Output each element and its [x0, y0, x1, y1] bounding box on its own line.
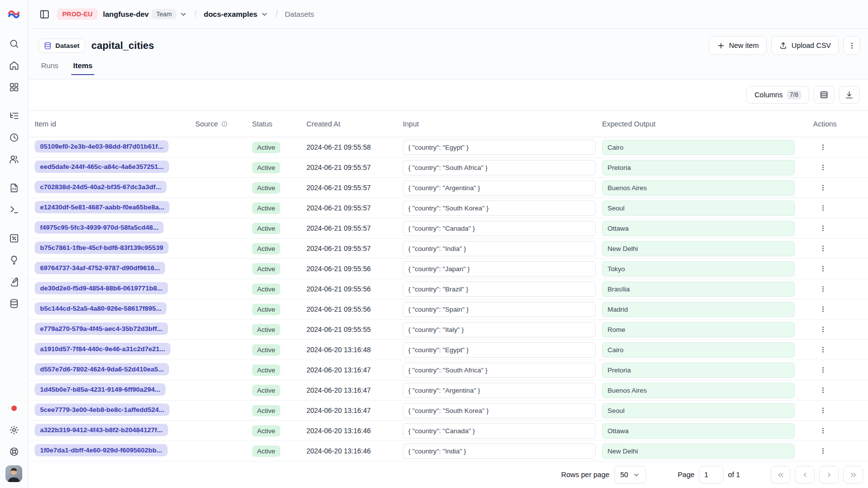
expected-output-cell[interactable]: New Delhi — [602, 241, 795, 256]
row-actions-button[interactable] — [816, 160, 830, 175]
input-cell[interactable]: { "country": "Italy" } — [403, 322, 596, 337]
item-id-link[interactable]: f4975c95-5fc3-4939-970d-58fa5cd48... — [35, 221, 164, 234]
input-cell[interactable]: { "country": "South Korea" } — [403, 403, 596, 418]
sidebar-toggle-button[interactable] — [37, 7, 52, 22]
input-cell[interactable]: { "country": "South Africa" } — [403, 363, 596, 378]
input-cell[interactable]: { "country": "Spain" } — [403, 302, 596, 317]
item-id-link[interactable]: c702838d-24d5-40a2-bf35-67dc3a3df... — [35, 181, 167, 193]
table-row: eed5dafe-244f-465c-a84c-4a6e357251... Ac… — [28, 158, 868, 178]
expected-output-cell[interactable]: Seoul — [602, 201, 795, 216]
item-id-link[interactable]: e779a270-579a-4f45-aec4-35b72d3bff... — [35, 323, 168, 335]
expected-output-cell[interactable]: Pretoria — [602, 363, 795, 378]
item-id-link[interactable]: d557e7d6-7802-4624-9da6-52d410ea5... — [35, 363, 169, 375]
row-actions-button[interactable] — [816, 444, 830, 458]
input-cell[interactable]: { "country": "Egypt" } — [403, 140, 596, 155]
sidebar-item-support[interactable] — [4, 442, 24, 461]
input-cell[interactable]: { "country": "India" } — [403, 241, 596, 256]
row-actions-button[interactable] — [816, 403, 830, 418]
sidebar-item-dashboard[interactable] — [4, 77, 24, 97]
item-id-link[interactable]: de30d2e0-f5d9-4854-88b6-0619771b8... — [35, 282, 168, 294]
next-page-button[interactable] — [819, 466, 839, 484]
row-actions-button[interactable] — [816, 261, 830, 276]
sidebar-item-tracing[interactable] — [4, 106, 24, 125]
sidebar-item-home[interactable] — [4, 55, 24, 75]
input-cell[interactable]: { "country": "India" } — [403, 444, 596, 459]
expected-output-cell[interactable]: Cairo — [602, 342, 795, 358]
expected-output-cell[interactable]: Brasília — [602, 282, 795, 297]
sidebar-item-annotation[interactable] — [4, 272, 24, 291]
input-cell[interactable]: { "country": "Japan" } — [403, 261, 596, 277]
row-height-button[interactable] — [814, 86, 834, 104]
info-icon[interactable] — [221, 121, 228, 127]
expected-output-cell[interactable]: Pretoria — [602, 160, 795, 175]
item-id-link[interactable]: a322b319-9412-4f43-b8f2-b20484127f... — [35, 424, 168, 436]
expected-output-cell[interactable]: Buenos Aires — [602, 180, 795, 196]
tab-runs[interactable]: Runs — [39, 61, 60, 75]
user-avatar[interactable] — [5, 465, 22, 482]
rows-per-page-select[interactable]: 50 — [614, 466, 646, 484]
item-id-link[interactable]: eed5dafe-244f-465c-a84c-4a6e357251... — [35, 161, 169, 173]
item-id-link[interactable]: a1910d57-7f84-440c-9e46-a31c2d7e21... — [35, 343, 171, 355]
page-more-menu-button[interactable] — [843, 36, 860, 55]
expected-output-cell[interactable]: Tokyo — [602, 261, 795, 277]
expected-output-cell[interactable]: Seoul — [602, 403, 795, 418]
sidebar-item-playground[interactable] — [4, 200, 24, 219]
row-actions-button[interactable] — [816, 322, 830, 337]
upload-csv-button[interactable]: Upload CSV — [771, 36, 839, 55]
input-cell[interactable]: { "country": "South Africa" } — [403, 160, 596, 175]
expected-output-cell[interactable]: Rome — [602, 322, 795, 337]
row-actions-button[interactable] — [816, 302, 830, 317]
row-actions-button[interactable] — [816, 423, 830, 438]
sidebar-item-datasets[interactable] — [4, 293, 24, 313]
recording-indicator[interactable] — [4, 398, 24, 418]
first-page-button[interactable] — [771, 466, 790, 484]
sidebar-item-settings[interactable] — [4, 420, 24, 440]
row-actions-button[interactable] — [816, 241, 830, 256]
breadcrumb-section[interactable]: Datasets — [285, 10, 314, 18]
sidebar-item-prompts[interactable] — [4, 178, 24, 198]
expected-output-cell[interactable]: Madrid — [602, 302, 795, 317]
row-actions-button[interactable] — [816, 140, 830, 155]
item-id-link[interactable]: 1f0e7da1-dbff-4e60-929d-f6095602bb... — [35, 444, 168, 456]
row-actions-button[interactable] — [816, 363, 830, 377]
expected-output-cell[interactable]: Ottawa — [602, 423, 795, 439]
item-id-link[interactable]: b75c7861-1fbe-45cf-bdf6-83f139c95539 — [35, 242, 169, 254]
item-id-link[interactable]: 69764737-34af-4752-9787-d90df9616... — [35, 262, 165, 274]
input-cell[interactable]: { "country": "Canada" } — [403, 221, 596, 236]
input-cell[interactable]: { "country": "Egypt" } — [403, 342, 596, 358]
input-cell[interactable]: { "country": "Brazil" } — [403, 282, 596, 297]
sidebar-item-sessions[interactable] — [4, 127, 24, 147]
expected-output-cell[interactable]: Cairo — [602, 140, 795, 155]
item-id-link[interactable]: 05109ef0-2e3b-4e03-98dd-8f7d01b61f... — [35, 140, 169, 153]
item-id-link[interactable]: 1d45b0e7-b85a-4231-9149-6ff90a294... — [35, 383, 166, 396]
project-switcher[interactable]: docs-examples — [204, 10, 268, 18]
previous-page-button[interactable] — [795, 466, 815, 484]
row-actions-button[interactable] — [816, 282, 830, 296]
row-actions-button[interactable] — [816, 221, 830, 236]
sidebar-item-insights[interactable] — [4, 250, 24, 270]
page-number-input[interactable] — [699, 466, 724, 484]
input-cell[interactable]: { "country": "South Korea" } — [403, 201, 596, 216]
expected-output-cell[interactable]: New Delhi — [602, 444, 795, 459]
row-actions-button[interactable] — [816, 383, 830, 398]
input-cell[interactable]: { "country": "Argentina" } — [403, 180, 596, 196]
input-cell[interactable]: { "country": "Canada" } — [403, 423, 596, 439]
export-button[interactable] — [839, 86, 860, 104]
item-id-link[interactable]: b5c144cd-52a5-4a80-926e-58617f895... — [35, 302, 167, 315]
item-id-link[interactable]: e12430df-5e81-4687-aabb-f0ea65be8a... — [35, 201, 170, 213]
new-item-button[interactable]: New item — [709, 36, 767, 55]
last-page-button[interactable] — [843, 466, 863, 484]
sidebar-item-users[interactable] — [4, 149, 24, 169]
sidebar-item-evaluation[interactable] — [4, 228, 24, 248]
sidebar-item-search[interactable] — [4, 34, 24, 53]
input-cell[interactable]: { "country": "Argentina" } — [403, 383, 596, 398]
item-id-link[interactable]: 5cee7779-3e00-4eb8-be8c-1affedd524... — [35, 404, 170, 416]
row-actions-button[interactable] — [816, 342, 830, 357]
org-switcher[interactable]: langfuse-dev Team — [103, 9, 187, 19]
row-actions-button[interactable] — [816, 180, 830, 195]
expected-output-cell[interactable]: Buenos Aires — [602, 383, 795, 398]
tab-items[interactable]: Items — [71, 61, 94, 75]
expected-output-cell[interactable]: Ottawa — [602, 221, 795, 236]
row-actions-button[interactable] — [816, 201, 830, 215]
columns-button[interactable]: Columns 7/8 — [746, 86, 809, 104]
